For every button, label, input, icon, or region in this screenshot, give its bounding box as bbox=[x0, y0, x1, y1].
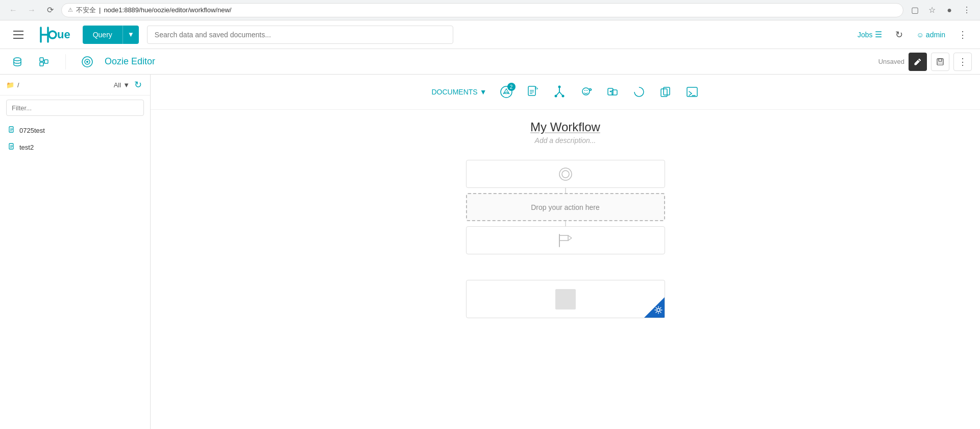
flag-icon bbox=[557, 233, 574, 248]
svg-point-37 bbox=[634, 87, 644, 97]
hive-action-btn[interactable]: 2 bbox=[495, 81, 518, 103]
refresh-button[interactable]: ⟳ bbox=[43, 3, 57, 17]
svg-point-29 bbox=[561, 95, 564, 98]
query-button[interactable]: Query bbox=[83, 26, 122, 44]
shell-action-btn[interactable] bbox=[681, 81, 703, 103]
toolbar-right: Unsaved ⋮ bbox=[878, 53, 972, 71]
mapreduce-icon bbox=[526, 85, 540, 99]
svg-point-1 bbox=[14, 58, 21, 61]
history-button[interactable]: ↻ bbox=[890, 26, 909, 44]
content-area: DOCUMENTS ▼ 2 bbox=[151, 75, 980, 429]
menu-line-1 bbox=[13, 31, 23, 32]
shell-icon bbox=[685, 85, 699, 99]
svg-rect-12 bbox=[939, 59, 942, 61]
spinner-action-btn[interactable] bbox=[628, 81, 650, 103]
cast-button[interactable]: ▢ bbox=[908, 3, 922, 17]
share-icon bbox=[39, 57, 49, 67]
chevron-down-icon: ▼ bbox=[480, 88, 487, 96]
jobs-link[interactable]: Jobs ☰ bbox=[857, 30, 882, 39]
svg-point-31 bbox=[584, 90, 585, 91]
sidebar-item-0725test[interactable]: 0725test bbox=[0, 122, 150, 139]
forward-button[interactable]: → bbox=[24, 3, 39, 17]
sidebar-item-test2[interactable]: test2 bbox=[0, 139, 150, 156]
app-header: ue Query ▼ Jobs ☰ ↻ ☺ admin ⋮ bbox=[0, 20, 980, 49]
svg-point-9 bbox=[86, 61, 88, 63]
bottom-widget-card bbox=[466, 280, 665, 318]
profile-button[interactable]: ● bbox=[942, 3, 957, 17]
header-right: Jobs ☰ ↻ ☺ admin ⋮ bbox=[857, 26, 972, 44]
menu-line-3 bbox=[13, 38, 23, 39]
fork-action-btn[interactable] bbox=[548, 81, 571, 103]
workflow-description[interactable]: Add a description... bbox=[535, 136, 596, 145]
distcp-icon bbox=[605, 85, 620, 99]
path-text: / bbox=[17, 81, 19, 89]
hue-text: ue bbox=[57, 28, 70, 41]
svg-rect-4 bbox=[44, 60, 48, 63]
search-input[interactable] bbox=[147, 26, 453, 44]
workflow-nodes: Drop your action here bbox=[463, 160, 668, 254]
sidebar-path: 📁 / All ▼ ↻ bbox=[0, 75, 150, 96]
dropdown-icon: ▼ bbox=[123, 81, 130, 89]
edit-button[interactable] bbox=[909, 53, 927, 71]
path-controls: All ▼ ↻ bbox=[114, 79, 144, 91]
pencil-icon bbox=[914, 58, 922, 66]
svg-line-46 bbox=[568, 238, 572, 241]
hue-logo-svg bbox=[37, 26, 57, 44]
chevron-down-icon: ▼ bbox=[128, 31, 134, 38]
file-icon-0725test bbox=[8, 126, 15, 135]
more-options-button[interactable]: ⋮ bbox=[953, 53, 972, 71]
drop-zone[interactable]: Drop your action here bbox=[466, 193, 665, 221]
svg-point-47 bbox=[657, 308, 660, 312]
sidebar-items: 0725test test2 bbox=[0, 120, 150, 158]
database-icon-btn[interactable] bbox=[8, 53, 27, 71]
overflow-menu[interactable]: ⋮ bbox=[953, 26, 972, 44]
save-icon bbox=[936, 58, 944, 66]
workflow-title[interactable]: My Workflow bbox=[530, 120, 600, 134]
url-address: node1:8889/hue/oozie/editor/workflow/new… bbox=[104, 6, 231, 14]
save-button[interactable] bbox=[931, 53, 949, 71]
distcp-action-btn[interactable] bbox=[601, 81, 624, 103]
share-icon-btn[interactable] bbox=[35, 53, 53, 71]
query-dropdown[interactable]: ▼ bbox=[122, 26, 139, 44]
refresh-sidebar-btn[interactable]: ↻ bbox=[132, 79, 144, 91]
more-browser-button[interactable]: ⋮ bbox=[960, 3, 974, 17]
filter-input[interactable] bbox=[6, 100, 144, 116]
url-text: 不安全 bbox=[76, 6, 96, 15]
menu-line-2 bbox=[13, 34, 23, 35]
bottom-card-icon bbox=[555, 289, 576, 309]
sub-toolbar: Oozie Editor Unsaved ⋮ bbox=[0, 49, 980, 75]
settings-corner-icon bbox=[654, 306, 663, 316]
svg-point-32 bbox=[586, 90, 587, 91]
documents-dropdown[interactable]: DOCUMENTS ▼ bbox=[427, 88, 491, 96]
editor-title-area: Oozie Editor bbox=[105, 56, 155, 67]
svg-point-33 bbox=[589, 89, 591, 90]
hamburger-menu[interactable] bbox=[8, 25, 29, 45]
folder-icon: 📁 bbox=[6, 81, 14, 89]
jobs-icon: ☰ bbox=[875, 30, 882, 39]
drop-zone-label: Drop your action here bbox=[531, 203, 600, 211]
fork-icon bbox=[552, 85, 567, 99]
copy-icon bbox=[658, 85, 673, 99]
svg-point-43 bbox=[562, 171, 569, 178]
file-icon-test2 bbox=[8, 143, 15, 152]
oozie-icon-btn[interactable] bbox=[78, 53, 96, 71]
url-bar: ⚠ 不安全 | node1:8889/hue/oozie/editor/work… bbox=[61, 3, 903, 17]
pig-action-btn[interactable] bbox=[575, 81, 597, 103]
back-button[interactable]: ← bbox=[6, 3, 20, 17]
unsaved-label: Unsaved bbox=[878, 58, 904, 65]
end-node bbox=[466, 226, 665, 254]
admin-label: admin bbox=[926, 31, 945, 39]
svg-point-42 bbox=[559, 168, 572, 180]
connector-2 bbox=[565, 221, 566, 226]
svg-line-45 bbox=[568, 235, 572, 238]
mapreduce-action-btn[interactable] bbox=[522, 81, 544, 103]
connector-1 bbox=[565, 188, 566, 193]
item-0725test-label: 0725test bbox=[19, 127, 45, 134]
copy-action-btn[interactable] bbox=[654, 81, 677, 103]
bookmark-button[interactable]: ☆ bbox=[925, 3, 939, 17]
svg-rect-3 bbox=[40, 62, 43, 66]
person-icon: ☺ bbox=[917, 31, 924, 39]
toolbar-divider bbox=[65, 54, 66, 69]
admin-menu[interactable]: ☺ admin bbox=[917, 31, 945, 39]
hue-logo[interactable]: ue bbox=[37, 26, 70, 44]
